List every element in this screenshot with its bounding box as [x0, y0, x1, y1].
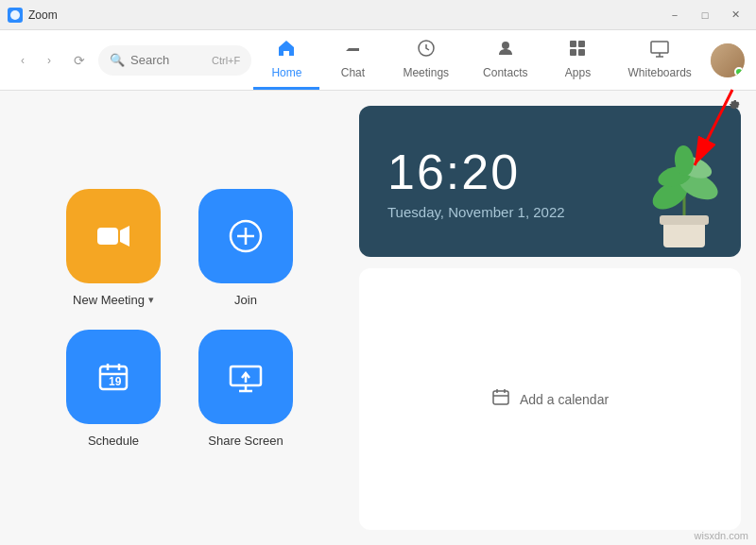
- action-grid: New Meeting ▾ Join: [66, 189, 293, 448]
- profile-area: [711, 43, 745, 77]
- tab-contacts[interactable]: Contacts: [466, 30, 544, 90]
- chat-icon: [342, 38, 363, 63]
- tab-chat[interactable]: Chat: [319, 30, 386, 90]
- share-screen-item: Share Screen: [198, 330, 293, 448]
- schedule-item: 19 Schedule: [66, 330, 161, 448]
- search-input[interactable]: [130, 53, 206, 67]
- maximize-button[interactable]: □: [692, 6, 718, 25]
- forward-button[interactable]: ›: [38, 49, 60, 72]
- watermark: wisxdn.com: [695, 530, 748, 541]
- apps-icon: [567, 38, 588, 63]
- calendar-icon: [491, 387, 510, 411]
- settings-area: [718, 91, 748, 121]
- search-shortcut: Ctrl+F: [212, 55, 240, 66]
- join-button[interactable]: [198, 189, 293, 283]
- meetings-icon: [416, 38, 437, 63]
- right-panel: 16:20 Tuesday, November 1, 2022: [359, 91, 756, 545]
- search-box[interactable]: 🔍 Ctrl+F: [98, 45, 251, 76]
- tab-meetings-label: Meetings: [403, 66, 449, 79]
- dropdown-arrow-icon: ▾: [148, 294, 154, 306]
- svg-text:19: 19: [109, 375, 122, 388]
- svg-rect-6: [578, 49, 585, 56]
- svg-rect-5: [570, 49, 576, 56]
- add-calendar-label: Add a calendar: [520, 392, 609, 407]
- tab-home-label: Home: [271, 66, 301, 79]
- title-bar: Zoom − □ ✕: [0, 0, 756, 30]
- app-title: Zoom: [28, 9, 662, 22]
- home-icon: [276, 38, 297, 63]
- svg-rect-3: [570, 41, 576, 47]
- schedule-button[interactable]: 19: [66, 330, 161, 424]
- tab-whiteboards-label: Whiteboards: [627, 66, 691, 79]
- nav-bar: ‹ › ⟳ 🔍 Ctrl+F Home Chat: [0, 30, 756, 91]
- svg-rect-25: [660, 215, 709, 225]
- settings-button[interactable]: [718, 91, 748, 121]
- app-icon: [8, 8, 23, 23]
- svg-marker-11: [120, 226, 129, 247]
- tab-home[interactable]: Home: [253, 30, 319, 90]
- new-meeting-item: New Meeting ▾: [66, 189, 161, 307]
- clock-date: Tuesday, November 1, 2022: [387, 204, 565, 220]
- history-button[interactable]: ⟳: [68, 49, 91, 72]
- left-panel: New Meeting ▾ Join: [0, 91, 359, 545]
- calendar-area[interactable]: Add a calendar: [359, 268, 741, 530]
- join-label: Join: [234, 293, 257, 307]
- tab-apps[interactable]: Apps: [544, 30, 610, 90]
- plant-decoration: [627, 125, 741, 257]
- tab-contacts-label: Contacts: [483, 66, 527, 79]
- minimize-button[interactable]: −: [662, 6, 688, 25]
- new-meeting-button[interactable]: [66, 189, 161, 283]
- window-controls: − □ ✕: [662, 6, 748, 25]
- svg-rect-7: [651, 42, 668, 53]
- nav-tabs: Home Chat Meetings: [251, 30, 711, 90]
- tab-whiteboards[interactable]: Whiteboards: [610, 30, 708, 90]
- share-screen-button[interactable]: [198, 330, 293, 424]
- close-button[interactable]: ✕: [722, 6, 748, 25]
- clock-widget: 16:20 Tuesday, November 1, 2022: [359, 106, 741, 257]
- contacts-icon: [495, 38, 516, 63]
- clock-content: 16:20 Tuesday, November 1, 2022: [387, 144, 565, 220]
- schedule-label: Schedule: [88, 434, 139, 448]
- svg-point-0: [10, 10, 20, 20]
- whiteboards-icon: [649, 38, 670, 63]
- back-button[interactable]: ‹: [11, 49, 34, 72]
- tab-meetings[interactable]: Meetings: [386, 30, 466, 90]
- nav-arrows: ‹ ›: [11, 49, 60, 72]
- clock-time: 16:20: [387, 144, 565, 200]
- join-item: Join: [198, 189, 293, 307]
- profile-avatar[interactable]: [711, 43, 745, 77]
- svg-point-2: [502, 42, 509, 49]
- search-icon: 🔍: [110, 53, 125, 67]
- svg-rect-10: [97, 228, 118, 245]
- svg-rect-4: [578, 41, 585, 47]
- main-content: New Meeting ▾ Join: [0, 91, 756, 545]
- tab-chat-label: Chat: [341, 66, 365, 79]
- status-dot: [734, 67, 744, 77]
- share-screen-label: Share Screen: [208, 434, 284, 448]
- tab-apps-label: Apps: [565, 66, 591, 79]
- svg-rect-32: [493, 391, 508, 404]
- new-meeting-label: New Meeting ▾: [73, 293, 154, 307]
